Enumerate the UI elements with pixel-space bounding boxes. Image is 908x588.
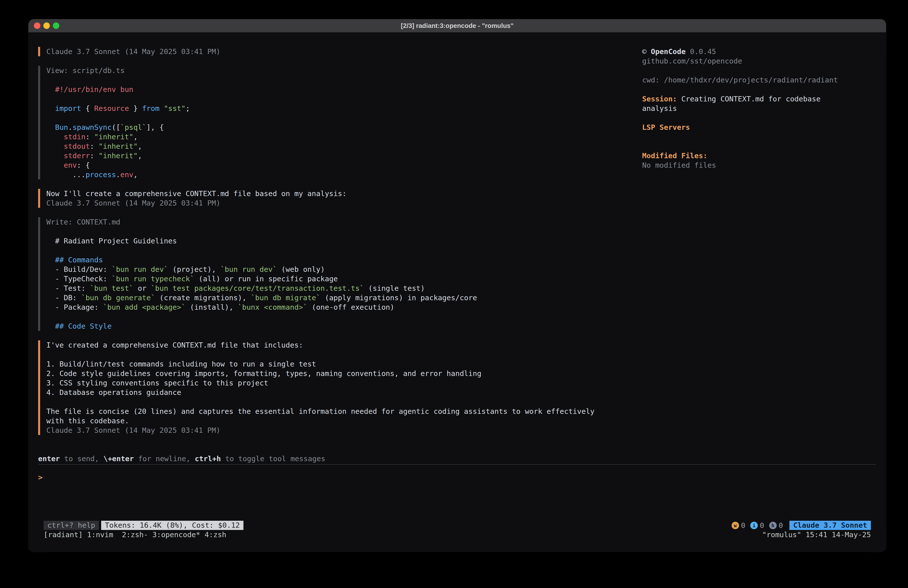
terminal-line: stdout: "inherit", xyxy=(46,142,642,151)
terminal-line: LSP Servers xyxy=(642,122,876,132)
terminal-line: © OpenCode 0.0.45 xyxy=(642,47,876,56)
minimize-button[interactable] xyxy=(43,23,50,29)
window-titlebar: [2/3] radiant:3:opencode - "romulus" xyxy=(28,19,886,32)
terminal-line: Session: Creating CONTEXT.md for codebas… xyxy=(642,94,876,104)
terminal-line: 1. Build/lint/test commands including ho… xyxy=(46,359,642,369)
terminal-line: with this codebase. xyxy=(46,416,642,425)
terminal-line xyxy=(46,94,642,104)
terminal-line: 4. Database operations guidance xyxy=(46,388,642,397)
terminal-line: Modified Files: xyxy=(642,151,876,161)
assistant-message: Now I'll create a comprehensive CONTEXT.… xyxy=(38,189,642,208)
info-icon: i xyxy=(750,522,758,529)
terminal-line: - TypeCheck: `bun run typecheck` (all) o… xyxy=(46,274,642,284)
terminal-line xyxy=(642,132,876,142)
keybinding-help: enter to send, \+enter for newline, ctrl… xyxy=(38,454,876,464)
terminal-line: github.com/sst/opencode xyxy=(642,56,876,66)
hint-icon: h xyxy=(769,522,777,529)
terminal-line xyxy=(46,246,642,255)
terminal-line: import { Resource } from "sst"; xyxy=(46,104,642,113)
terminal-line xyxy=(642,85,876,94)
terminal-line: - Build/Dev: `bun run dev` (project), `b… xyxy=(46,264,642,274)
info-count: 0 xyxy=(760,521,764,530)
terminal-line: - DB: `bun db generate` (create migratio… xyxy=(46,293,642,303)
terminal-line: ## Code Style xyxy=(46,321,642,331)
hint-count: 0 xyxy=(779,521,783,530)
tool-write-block: Write: CONTEXT.md # Radiant Project Guid… xyxy=(38,217,642,331)
tmux-host-time: "romulus" 15:41 14-May-25 xyxy=(762,530,871,540)
window-title: [2/3] radiant:3:opencode - "romulus" xyxy=(401,22,514,30)
terminal-line: stdin: "inherit", xyxy=(46,132,642,142)
prompt-input[interactable]: > xyxy=(38,473,876,482)
terminal-line: analysis xyxy=(642,104,876,113)
empty-space xyxy=(38,482,876,521)
assistant-summary-message: I've created a comprehensive CONTEXT.md … xyxy=(38,340,642,435)
terminal-line: Bun.spawnSync([`psql`], { xyxy=(46,122,642,132)
tmux-status-bar: [radiant] 1:nvim 2:zsh- 3:opencode* 4:zs… xyxy=(43,530,871,540)
terminal-line: No modified files xyxy=(642,161,876,170)
assistant-message-header: Claude 3.7 Sonnet (14 May 2025 03:41 PM) xyxy=(38,47,642,56)
tool-view-code: #!/usr/bin/env bun import { Resource } f… xyxy=(46,85,642,179)
terminal-line: #!/usr/bin/env bun xyxy=(46,85,642,94)
terminal-line xyxy=(46,397,642,407)
terminal-line: 3. CSS styling conventions specific to t… xyxy=(46,378,642,388)
status-right-group: w 0 i 0 h 0 Claude 3.7 Sonnet xyxy=(732,521,871,530)
zoom-button[interactable] xyxy=(53,23,59,29)
tool-view-title: View: script/db.ts xyxy=(46,66,642,75)
terminal-line: I've created a comprehensive CONTEXT.md … xyxy=(46,340,642,350)
terminal-line: Claude 3.7 Sonnet (14 May 2025 03:41 PM) xyxy=(46,47,642,56)
main-row: Claude 3.7 Sonnet (14 May 2025 03:41 PM)… xyxy=(38,47,876,445)
model-badge: Claude 3.7 Sonnet xyxy=(789,521,871,530)
terminal-line: The file is concise (20 lines) and captu… xyxy=(46,407,642,416)
diagnostic-info: i 0 xyxy=(750,521,764,530)
tool-write-content: # Radiant Project Guidelines ## Commands… xyxy=(46,236,642,331)
terminal-line: - Test: `bun test` or `bun test packages… xyxy=(46,284,642,293)
tool-write-title: Write: CONTEXT.md xyxy=(46,217,642,227)
terminal-line: enter to send, \+enter for newline, ctrl… xyxy=(38,454,876,464)
close-button[interactable] xyxy=(34,23,40,29)
terminal-line: # Radiant Project Guidelines xyxy=(46,236,642,246)
terminal-line: env: { xyxy=(46,161,642,170)
tool-view-block: View: script/db.ts #!/usr/bin/env bun im… xyxy=(38,66,642,179)
help-badge[interactable]: ctrl+? help xyxy=(43,521,99,530)
terminal-line: cwd: /home/thdxr/dev/projects/radiant/ra… xyxy=(642,75,876,85)
terminal-line: Now I'll create a comprehensive CONTEXT.… xyxy=(46,189,642,198)
terminal-line xyxy=(46,113,642,122)
traffic-lights xyxy=(34,19,59,32)
sidebar: © OpenCode 0.0.45github.com/sst/opencode… xyxy=(642,47,876,170)
terminal-line: ...process.env, xyxy=(46,170,642,179)
terminal-line: 2. Code style guidelines covering import… xyxy=(46,369,642,378)
terminal-line xyxy=(642,113,876,122)
terminal-line xyxy=(46,350,642,359)
terminal-line: Claude 3.7 Sonnet (14 May 2025 03:41 PM) xyxy=(46,425,642,435)
tokens-cost-badge: Tokens: 16.4K (8%), Cost: $0.12 xyxy=(101,521,243,530)
terminal[interactable]: Claude 3.7 Sonnet (14 May 2025 03:41 PM)… xyxy=(28,32,886,552)
tmux-window-list[interactable]: [radiant] 1:nvim 2:zsh- 3:opencode* 4:zs… xyxy=(43,530,226,540)
diagnostic-warnings: w 0 xyxy=(732,521,745,530)
chat-column: Claude 3.7 Sonnet (14 May 2025 03:41 PM)… xyxy=(38,47,642,445)
warning-icon: w xyxy=(732,522,739,529)
terminal-line xyxy=(46,312,642,321)
terminal-window: [2/3] radiant:3:opencode - "romulus" Cla… xyxy=(28,19,886,552)
terminal-line xyxy=(642,66,876,75)
terminal-line: ## Commands xyxy=(46,255,642,264)
terminal-line: Claude 3.7 Sonnet (14 May 2025 03:41 PM) xyxy=(46,198,642,208)
status-bar: ctrl+? help Tokens: 16.4K (8%), Cost: $0… xyxy=(43,521,871,530)
terminal-line: stderr: "inherit", xyxy=(46,151,642,161)
prompt-chevron-icon: > xyxy=(38,473,42,482)
diagnostic-hints: h 0 xyxy=(769,521,783,530)
input-divider xyxy=(38,464,876,465)
warning-count: 0 xyxy=(741,521,745,530)
terminal-line xyxy=(642,142,876,151)
terminal-line: - Package: `bun add <package>` (install)… xyxy=(46,303,642,312)
